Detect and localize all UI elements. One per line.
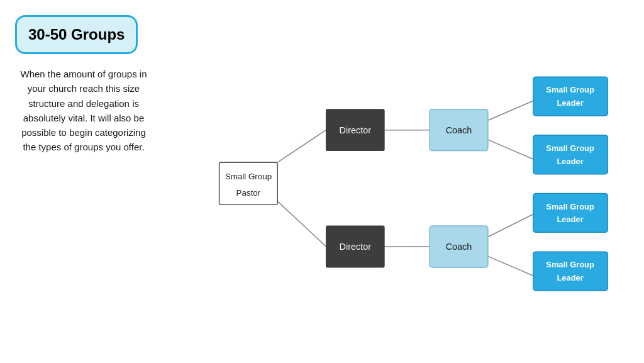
pastor-label2: Pastor [236, 188, 261, 198]
svg-text:Leader: Leader [557, 272, 583, 282]
director1-label: Director [340, 125, 372, 135]
description: When the amount of groups in your church… [15, 67, 152, 155]
slide: 30-50 Groups When the amount of groups i… [0, 0, 644, 363]
leader1-label: Small Group [546, 85, 594, 94]
svg-line-0 [277, 130, 326, 162]
left-panel: 30-50 Groups When the amount of groups i… [0, 0, 164, 363]
leader3-label: Small Group [546, 201, 594, 211]
svg-line-6 [488, 214, 533, 237]
pastor-box [219, 162, 278, 204]
svg-text:Leader: Leader [557, 156, 583, 165]
director2-label: Director [340, 241, 372, 251]
svg-line-7 [488, 256, 533, 276]
svg-line-1 [277, 201, 326, 246]
coach1-label: Coach [446, 125, 472, 135]
leader2-label: Small Group [546, 143, 594, 152]
svg-line-5 [488, 140, 533, 159]
leader4-box [533, 252, 608, 291]
svg-text:Leader: Leader [557, 98, 583, 107]
leader3-box [533, 193, 608, 232]
leader1-box [533, 77, 608, 116]
diagram-panel: Small Group Pastor Director Director Coa… [164, 0, 644, 363]
org-chart-svg: Small Group Pastor Director Director Coa… [184, 31, 624, 333]
svg-text:Leader: Leader [557, 215, 583, 224]
title-box: 30-50 Groups [15, 15, 138, 54]
pastor-label: Small Group [225, 172, 272, 181]
leader2-box [533, 135, 608, 174]
coach2-label: Coach [446, 241, 472, 251]
leader4-label: Small Group [546, 260, 594, 269]
slide-title: 30-50 Groups [28, 26, 125, 43]
svg-line-4 [488, 101, 533, 120]
